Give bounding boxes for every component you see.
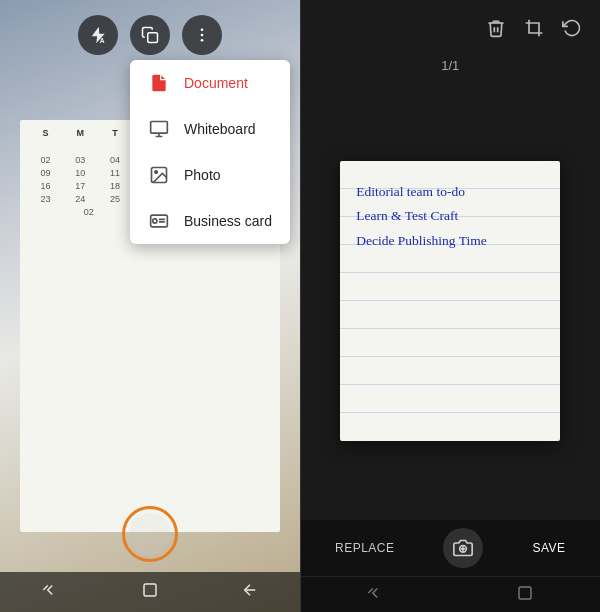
svg-text:A: A xyxy=(99,37,104,44)
right-toolbar xyxy=(301,0,601,56)
lightning-a-icon: A xyxy=(88,25,108,45)
add-photo-button[interactable] xyxy=(443,528,483,568)
crop-button[interactable] xyxy=(524,18,544,38)
rotate-icon xyxy=(562,18,582,38)
svg-rect-1 xyxy=(148,33,158,43)
scan-mode-dropdown: Document Whiteboard Photo xyxy=(130,60,290,244)
right-bottom-nav xyxy=(301,576,601,612)
cal-cell: 10 xyxy=(68,168,92,178)
document-icon xyxy=(148,72,170,94)
svg-line-14 xyxy=(43,586,48,591)
page-number: 1/1 xyxy=(441,58,459,73)
handwriting-line-3: Decide Publishing Time xyxy=(356,230,544,253)
svg-point-2 xyxy=(200,28,203,31)
left-bottom-nav xyxy=(0,572,300,612)
cal-cell: 24 xyxy=(68,194,92,204)
save-button[interactable]: SAVE xyxy=(532,541,565,555)
crop-icon xyxy=(524,18,544,38)
cal-cell: 03 xyxy=(68,155,92,165)
cal-cell: 16 xyxy=(33,181,57,191)
left-toolbar: A xyxy=(0,15,300,55)
svg-line-20 xyxy=(369,588,374,593)
cal-header-t1: T xyxy=(103,128,127,138)
more-options-button[interactable] xyxy=(182,15,222,55)
scan-mode-button[interactable]: A xyxy=(78,15,118,55)
business-card-icon xyxy=(148,210,170,232)
replace-button[interactable]: REPLACE xyxy=(335,541,395,555)
cal-cell xyxy=(103,142,127,152)
svg-point-3 xyxy=(200,34,203,37)
delete-button[interactable] xyxy=(486,18,506,38)
svg-rect-21 xyxy=(519,587,531,599)
photo-label: Photo xyxy=(184,167,221,183)
handwriting-line-2: Learn & Test Craft xyxy=(356,205,544,228)
left-panel: S M T W T F S 01 02030405060708 09101112… xyxy=(0,0,300,612)
whiteboard-label: Whiteboard xyxy=(184,121,256,137)
cal-cell: 25 xyxy=(103,194,127,204)
menu-item-business-card[interactable]: Business card xyxy=(130,198,290,244)
cal-cell: 23 xyxy=(33,194,57,204)
right-panel: 1/1 Editorial team to-do Learn & Test Cr… xyxy=(301,0,601,612)
business-card-label: Business card xyxy=(184,213,272,229)
menu-item-document[interactable]: Document xyxy=(130,60,290,106)
cal-cell: 02 xyxy=(77,207,101,217)
cal-cell: 02 xyxy=(33,155,57,165)
cal-cell: 09 xyxy=(33,168,57,178)
nav-arrow-back-icon[interactable] xyxy=(241,581,259,603)
right-bottom-bar: REPLACE SAVE xyxy=(301,520,601,576)
whiteboard-icon xyxy=(148,118,170,140)
right-nav-back-icon[interactable] xyxy=(366,584,384,606)
menu-item-photo[interactable]: Photo xyxy=(130,152,290,198)
nav-home-icon[interactable] xyxy=(141,581,159,603)
svg-rect-5 xyxy=(151,122,168,134)
cal-header-m: M xyxy=(68,128,92,138)
camera-add-icon xyxy=(453,538,473,558)
cal-cell: 11 xyxy=(103,168,127,178)
shutter-button[interactable] xyxy=(122,506,178,562)
cal-cell: 18 xyxy=(103,181,127,191)
cal-header-s1: S xyxy=(33,128,57,138)
page-indicator: 1/1 xyxy=(301,56,601,81)
shutter-inner xyxy=(129,513,171,555)
cal-cell xyxy=(33,142,57,152)
handwriting-line-1: Editorial team to-do xyxy=(356,181,544,204)
nav-back-icon[interactable] xyxy=(41,581,59,603)
cal-cell: 17 xyxy=(68,181,92,191)
copy-button[interactable] xyxy=(130,15,170,55)
rotate-button[interactable] xyxy=(562,18,582,38)
copy-icon xyxy=(141,26,159,44)
more-icon xyxy=(193,26,211,44)
delete-icon xyxy=(486,18,506,38)
right-nav-home-icon[interactable] xyxy=(516,584,534,606)
shutter-area xyxy=(0,506,300,562)
svg-point-11 xyxy=(153,219,157,223)
photo-icon xyxy=(148,164,170,186)
cal-cell xyxy=(68,142,92,152)
svg-point-4 xyxy=(200,39,203,42)
cal-cell: 04 xyxy=(103,155,127,165)
document-label: Document xyxy=(184,75,248,91)
document-preview-area: Editorial team to-do Learn & Test Craft … xyxy=(301,81,601,520)
svg-rect-15 xyxy=(144,584,156,596)
document-paper: Editorial team to-do Learn & Test Craft … xyxy=(340,161,560,441)
handwriting-content: Editorial team to-do Learn & Test Craft … xyxy=(356,181,544,256)
menu-item-whiteboard[interactable]: Whiteboard xyxy=(130,106,290,152)
svg-point-9 xyxy=(155,171,158,174)
